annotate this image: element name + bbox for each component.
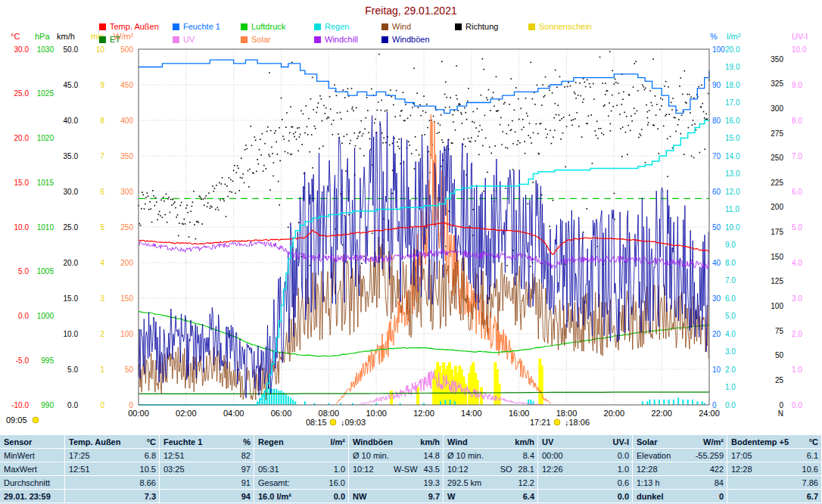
svg-text:12.0: 12.0 [725,188,740,196]
table-cell-windb-en-minwert: Ø 10 min.14.8 [349,449,444,462]
table-row-label-minwert: MinWert [0,449,65,462]
legend-swatch-et [99,36,106,43]
svg-text:125: 125 [771,277,783,285]
legend-swatch-temp-au-en [99,23,106,30]
svg-text:0.0: 0.0 [725,401,736,409]
svg-text:45.0: 45.0 [64,81,79,89]
table-cell-regen-maxwert: 05:311.0 [254,462,349,476]
svg-text:0: 0 [100,401,104,409]
svg-text:35.0: 35.0 [64,152,79,160]
sun-time: 09:05 [6,415,27,425]
svg-text:7.0: 7.0 [792,152,802,160]
table-cell-uv-durchschnitt: 0.6 [538,476,633,490]
svg-text:10.0: 10.0 [14,223,30,232]
svg-text:15.0: 15.0 [14,179,30,187]
table-cell-bodentemp-5-29-01-23-59: 6.7 [727,490,822,503]
svg-text:50: 50 [775,351,784,359]
sun-icon [554,419,560,425]
table-cell-solar-durchschnitt: 1:13 h84 [633,476,727,490]
legend-label: Feuchte 1 [183,22,220,31]
svg-text:02:00: 02:00 [176,409,197,418]
svg-text:40.0: 40.0 [64,117,79,125]
legend-label: Temp. Außen [110,22,159,31]
svg-text:30: 30 [712,294,721,303]
svg-text:7.0: 7.0 [725,276,736,285]
svg-text:8.0: 8.0 [725,259,736,267]
svg-text:0: 0 [779,401,783,409]
legend-item-solar: Solar [241,35,271,44]
legend-label: Luftdruck [251,22,285,31]
svg-text:1.0: 1.0 [792,366,802,374]
svg-text:325: 325 [771,79,783,88]
svg-text:0.0: 0.0 [67,401,78,409]
svg-text:08:00: 08:00 [319,409,340,418]
svg-text:10:00: 10:00 [366,409,387,418]
svg-text:12:00: 12:00 [413,409,434,418]
svg-text:225: 225 [771,179,783,187]
svg-text:150: 150 [120,294,133,303]
legend-swatch-sonnenschein [528,23,535,30]
legend-swatch-windchill [314,36,321,43]
svg-text:20.0: 20.0 [64,259,79,267]
svg-text:5: 5 [100,223,104,232]
table-row-label-29-01-23-59: 29.01. 23:59 [0,490,65,503]
legend-item-regen: Regen [314,22,349,31]
table-cell-bodentemp-5-maxwert: 12:2810.6 [727,462,822,476]
table-cell-regen-minwert [254,449,349,462]
table-cell-wind-maxwert: 10:12SO28.1 [444,462,538,476]
table-header-wind: Windkm/h [444,435,538,449]
svg-text:N: N [778,409,783,418]
series-wind [139,237,708,400]
svg-text:6.0: 6.0 [725,294,736,303]
svg-text:00:00: 00:00 [128,409,149,418]
svg-text:18.0: 18.0 [725,81,740,89]
table-header-bodentemp-5: Bodentemp +5°C [727,435,822,449]
svg-text:20: 20 [712,330,721,338]
svg-text:1020: 1020 [37,134,54,142]
svg-text:1010: 1010 [37,223,54,232]
svg-text:14.0: 14.0 [725,152,740,160]
svg-text:25.0: 25.0 [64,223,79,232]
svg-text:400: 400 [120,117,133,125]
svg-text:9: 9 [100,81,104,89]
sun-annotations: 09:0508:15↓09:0317:21↓18:06 [6,415,590,427]
axis-minutes: 109876543210min. [91,32,107,409]
stats-table-grid: SensorTemp. Außen°CFeuchte 1%Regenl/m²Wi… [0,435,822,503]
axis-solar: 500450400350300250200150100500W/m² [114,32,134,409]
legend-swatch-solar [241,36,248,43]
table-cell-solar-maxwert: 12:28422 [633,462,727,476]
svg-text:0: 0 [712,401,717,409]
svg-text:450: 450 [120,81,133,89]
table-header-solar: SolarW/m² [633,435,727,449]
svg-text:2.0: 2.0 [792,330,802,338]
legend-item-wind: Wind [381,22,411,31]
svg-text:150: 150 [771,253,783,261]
svg-text:995: 995 [41,356,54,365]
table-header-regen: Regenl/m² [254,435,349,449]
svg-text:1025: 1025 [37,89,54,98]
svg-text:13.0: 13.0 [725,170,740,178]
svg-text:30.0: 30.0 [64,188,79,196]
legend: Temp. AußenFeuchte 1LuftdruckRegenWindRi… [0,0,822,47]
svg-text:0: 0 [129,401,133,409]
axis-uv: 10.09.08.07.06.05.04.03.02.01.00.0UV-I [792,32,808,409]
stats-table: SensorTemp. Außen°CFeuchte 1%Regenl/m²Wi… [0,435,822,504]
table-header-sensor: Sensor [0,435,65,449]
legend-swatch-uv [173,36,179,43]
table-cell-regen-durchschnitt: Gesamt:16.0 [254,476,349,490]
svg-text:250: 250 [771,154,783,162]
legend-label: ET [110,35,120,44]
svg-text:4.0: 4.0 [725,330,736,338]
svg-text:0.0: 0.0 [792,401,802,409]
sun-time: 08:15 [306,418,327,427]
table-header-windb-en: Windböenkm/h [349,435,444,449]
table-cell-wind-durchschnitt: 292.5 km12.2 [444,476,538,490]
svg-text:7: 7 [100,152,104,160]
legend-swatch-luftdruck [241,23,248,30]
legend-swatch-regen [314,23,321,30]
svg-text:17.0: 17.0 [725,98,740,107]
svg-text:40: 40 [712,259,721,267]
axis-direction: 3503253002752502252001751501251007550250… [771,55,783,418]
svg-text:10.0: 10.0 [725,223,740,232]
svg-text:3.0: 3.0 [792,294,802,303]
